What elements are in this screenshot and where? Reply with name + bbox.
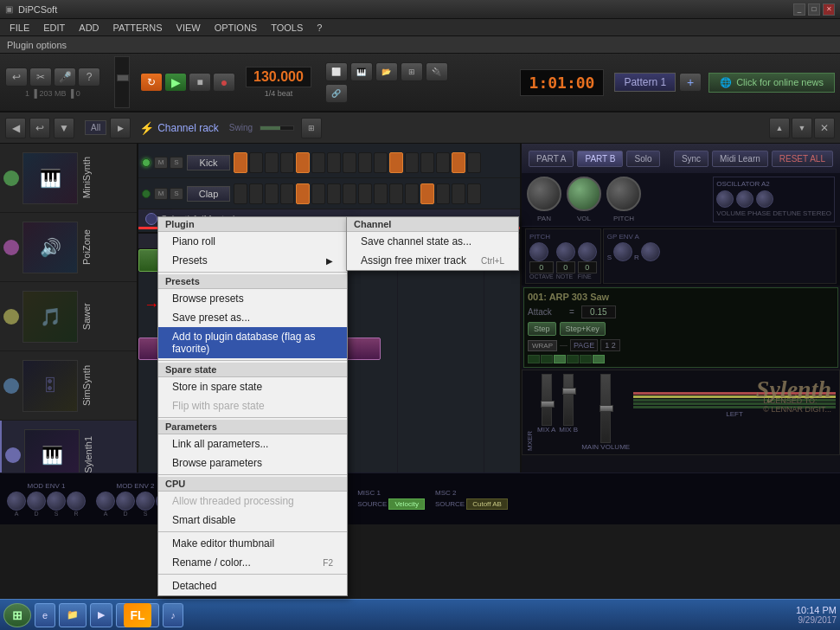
close-button[interactable]: ✕ [823, 3, 835, 16]
pad[interactable] [389, 152, 403, 173]
menu-item-link-all[interactable]: Link all parameters... [158, 434, 347, 453]
browser-button[interactable]: 📂 [375, 62, 398, 81]
pad[interactable] [311, 152, 325, 173]
track-item[interactable]: 🔊 PoiZone [0, 213, 137, 282]
ctrl-history[interactable]: ↩ [29, 118, 50, 138]
cut-button[interactable]: ✂ [29, 68, 52, 87]
track-item[interactable]: 🎹 MiniSynth [0, 144, 137, 213]
menu-help[interactable]: ? [311, 21, 328, 35]
pad[interactable] [296, 152, 310, 173]
taskbar-fl[interactable]: FL [116, 603, 159, 627]
pad[interactable] [327, 152, 341, 173]
menu-item-add-to-database[interactable]: Add to plugin database (flag as favorite… [158, 327, 347, 358]
mix-a-fader[interactable] [542, 374, 552, 426]
pattern-display[interactable]: Pattern 1 [614, 73, 676, 92]
part-b-btn[interactable]: PART B [577, 151, 623, 167]
pad[interactable] [280, 152, 294, 173]
taskbar-folder[interactable]: 📁 [59, 603, 87, 627]
pad[interactable] [420, 183, 434, 204]
pad[interactable] [389, 183, 403, 204]
env-s-knob[interactable] [613, 242, 632, 261]
pad[interactable] [436, 152, 450, 173]
pad[interactable] [249, 152, 263, 173]
menu-item-piano-roll[interactable]: Piano roll [158, 232, 347, 251]
start-button[interactable]: ⊞ [3, 603, 31, 627]
arp-led[interactable] [554, 355, 566, 363]
main-vol-fader[interactable] [600, 374, 611, 443]
all-filter[interactable]: All [85, 120, 106, 135]
pad[interactable] [405, 152, 419, 173]
clap-name[interactable]: Clap [187, 186, 230, 202]
mixer-button[interactable]: ⬜ [325, 62, 348, 81]
osc-vol-knob[interactable] [716, 190, 734, 208]
mod2-d-knob[interactable] [116, 492, 135, 511]
pad[interactable] [436, 183, 450, 204]
step-key-button[interactable]: Step+Key [560, 322, 606, 336]
pad[interactable] [280, 183, 294, 204]
midi-learn-btn[interactable]: Midi Learn [712, 151, 768, 167]
kick-led[interactable] [142, 158, 151, 167]
clap-solo[interactable]: S [170, 188, 183, 200]
rack-button[interactable]: ⊞ [401, 62, 423, 81]
ctrl-expand-all[interactable]: ▼ [792, 118, 812, 138]
vol-knob[interactable] [567, 177, 601, 211]
track-item[interactable]: 🎛 SimSynth [0, 351, 137, 421]
kick-solo[interactable]: S [170, 157, 183, 169]
page-value[interactable]: 1 2 [600, 339, 620, 351]
octave-knob[interactable] [529, 242, 548, 261]
ctrl-fold[interactable]: ▼ [54, 118, 74, 138]
pad[interactable] [311, 183, 325, 204]
pad[interactable] [374, 152, 388, 173]
pad[interactable] [452, 152, 465, 173]
menu-item-browse-params[interactable]: Browse parameters [158, 453, 347, 472]
step-button[interactable]: Step [528, 322, 556, 336]
menu-view[interactable]: VIEW [170, 21, 207, 35]
pad[interactable] [358, 183, 372, 204]
clap-led[interactable] [142, 190, 151, 198]
menu-item-browse-presets[interactable]: Browse presets [158, 289, 347, 308]
arp-led[interactable] [593, 355, 605, 363]
menu-edit[interactable]: EDIT [37, 21, 71, 35]
kick-name[interactable]: Kick [187, 155, 230, 170]
taskbar-media[interactable]: ▶ [90, 603, 112, 627]
arp-led[interactable] [528, 355, 540, 363]
taskbar-notes[interactable]: ♪ [163, 603, 183, 627]
solo-btn[interactable]: Solo [626, 151, 659, 167]
help-button[interactable]: ? [78, 68, 100, 87]
pitch-knob[interactable] [606, 177, 641, 211]
mod1-r-knob[interactable] [67, 492, 86, 511]
mix-b-fader[interactable] [563, 374, 574, 426]
ctrl-grid[interactable]: ⊞ [301, 118, 322, 138]
mod1-d-knob[interactable] [27, 492, 46, 511]
ctrl-filter[interactable]: ▶ [110, 118, 131, 138]
osc-detune-knob[interactable] [756, 190, 773, 208]
ctrl-collapse-all[interactable]: ▲ [769, 118, 790, 138]
part-a-btn[interactable]: PART A [529, 151, 574, 167]
pad[interactable] [234, 183, 247, 204]
minimize-button[interactable]: _ [793, 3, 805, 16]
mod2-a-knob[interactable] [96, 492, 115, 511]
pad[interactable] [467, 183, 481, 204]
menu-item-save-channel[interactable]: Save channel state as... [347, 232, 518, 251]
wrap-button[interactable]: WRAP [528, 340, 557, 351]
pad[interactable] [343, 183, 356, 204]
pad[interactable] [296, 183, 310, 204]
cutoff-ab-display[interactable]: Cutoff AB [466, 498, 508, 510]
stop-button[interactable]: ■ [189, 73, 211, 92]
sync-btn[interactable]: Sync [674, 151, 709, 167]
mod1-s-knob[interactable] [47, 492, 66, 511]
arp-led[interactable] [580, 355, 592, 363]
track-item[interactable]: 🎵 Sawer [0, 282, 137, 351]
menu-item-save-preset[interactable]: Save preset as... [158, 308, 347, 327]
reset-all-btn[interactable]: RESET ALL [772, 151, 833, 167]
loop-button[interactable]: ↻ [140, 73, 163, 92]
pad[interactable] [467, 152, 481, 173]
pattern-add-button[interactable]: + [679, 73, 702, 92]
pad[interactable] [234, 152, 247, 173]
undo-button[interactable]: ↩ [5, 68, 28, 87]
pad[interactable] [265, 152, 279, 173]
pad[interactable] [343, 152, 356, 173]
news-button[interactable]: 🌐 Click for online news [709, 73, 835, 93]
mod2-s-knob[interactable] [136, 492, 155, 511]
pad[interactable] [420, 152, 434, 173]
